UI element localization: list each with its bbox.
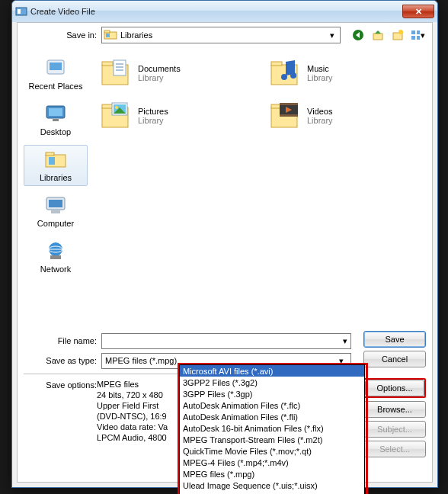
cancel-button[interactable]: Cancel [363,351,426,367]
library-videos[interactable]: VideosLibrary [267,96,427,136]
svg-rect-20 [49,157,55,165]
libraries-icon [43,149,69,172]
chevron-down-icon: ▾ [343,336,347,346]
close-button[interactable]: ✕ [402,5,434,18]
save-options-label: Save options: [24,379,97,443]
library-music[interactable]: MusicLibrary [267,53,427,93]
svg-rect-3 [104,30,110,33]
options-button[interactable]: Options... [365,380,424,396]
views-button[interactable]: ▾ [409,27,426,43]
filetype-option[interactable]: MPEG-4 Files (*.mp4;*.m4v) [180,457,364,468]
subject-button[interactable]: Subject... [363,421,426,438]
save-in-label: Save in: [24,30,97,40]
filetype-option[interactable]: 3GPP2 Files (*.3g2) [180,377,364,388]
window-title: Create Video File [30,7,95,16]
close-icon: ✕ [415,7,422,17]
network-icon [43,240,69,263]
folder-icon [104,28,117,42]
save-as-type-dropdown[interactable]: Microsoft AVI files (*.avi)3GPP2 Files (… [179,364,365,494]
place-label: Recent Places [29,82,83,91]
svg-rect-10 [417,30,420,34]
library-pictures[interactable]: PicturesLibrary [98,96,258,136]
svg-point-42 [115,106,118,109]
svg-rect-46 [280,103,298,105]
client-area: Save in: Libraries ▾ ▾ Recent PlacesDesk… [17,22,433,483]
place-desktop[interactable]: Desktop [24,99,88,140]
filetype-option[interactable]: MPEG files (*.mpg) [180,468,364,480]
place-computer[interactable]: Computer [24,191,88,232]
svg-point-8 [398,30,403,34]
places-bar: Recent PlacesDesktopLibrariesComputerNet… [18,47,94,303]
chevron-down-icon: ▾ [326,28,338,42]
svg-rect-29 [102,62,113,66]
nav-toolbar: ▾ [350,27,426,43]
filetype-option[interactable]: AutoDesk Animation Files (*.flc) [180,399,364,411]
svg-rect-47 [280,114,298,117]
svg-rect-30 [114,60,126,75]
chevron-down-icon: ▾ [421,30,425,40]
split-area: Recent PlacesDesktopLibrariesComputerNet… [18,47,432,303]
filename-label: File name: [24,336,97,345]
folder-subtitle: Library [138,73,181,82]
svg-rect-6 [373,34,382,40]
svg-rect-22 [49,200,62,207]
filename-input[interactable]: ▾ [101,333,351,349]
music-folder-icon [269,57,301,89]
filetype-option[interactable]: MPEG Transport-Stream Files (*.m2t) [180,434,364,445]
select-button[interactable]: Select... [363,441,426,457]
desktop-icon [43,103,69,126]
options-highlight: Options... [363,378,426,398]
back-button[interactable] [350,27,366,43]
place-recent[interactable]: Recent Places [24,53,88,95]
save-in-row: Save in: Libraries ▾ ▾ [18,23,432,47]
svg-rect-19 [46,152,54,156]
place-libraries[interactable]: Libraries [24,145,88,186]
place-label: Network [40,265,71,274]
filename-row: File name: ▾ [24,331,351,351]
filetype-option[interactable]: 3GPP Files (*.3gp) [180,388,364,399]
place-label: Libraries [40,173,72,182]
button-column: Save Cancel Options... Browse... Subject… [363,331,426,457]
save-as-type-label: Save as type: [24,356,97,365]
up-one-level-button[interactable] [370,27,386,43]
save-as-type-value: MPEG files (*.mpg) [105,356,177,365]
svg-point-37 [290,72,296,79]
svg-rect-14 [50,63,62,70]
folder-subtitle: Library [307,116,333,125]
svg-rect-1 [18,9,21,14]
folder-view[interactable]: DocumentsLibraryMusicLibraryPicturesLibr… [94,47,432,303]
filetype-option[interactable]: WebM Files (*.webm) [180,491,364,494]
place-label: Desktop [40,127,71,136]
folder-name: Music [307,64,333,73]
place-label: Computer [37,219,74,228]
folder-name: Documents [138,64,181,73]
svg-rect-4 [106,34,110,37]
filetype-option[interactable]: AutoDesk 16-bit Animation Files (*.flx) [180,422,364,434]
app-icon [15,5,27,18]
computer-icon [43,194,69,217]
video-folder-icon [269,100,301,132]
place-network[interactable]: Network [24,236,88,277]
pic-folder-icon [100,100,132,132]
titlebar[interactable]: Create Video File ✕ [12,1,437,22]
filetype-option[interactable]: Microsoft AVI files (*.avi) [180,365,364,377]
folder-name: Pictures [138,107,168,116]
filetype-option[interactable]: Ulead Image Sequence (*.uis;*.uisx) [180,480,364,491]
new-folder-button[interactable] [389,27,406,43]
filetype-option[interactable]: QuickTime Movie Files (*.mov;*.qt) [180,445,364,457]
svg-rect-35 [271,62,282,66]
svg-rect-27 [50,255,61,259]
save-button[interactable]: Save [363,331,426,348]
library-documents[interactable]: DocumentsLibrary [98,53,258,93]
svg-rect-39 [102,104,113,108]
dialog-window: Create Video File ✕ Save in: Libraries ▾… [11,0,438,488]
svg-rect-17 [53,119,59,121]
browse-button[interactable]: Browse... [363,401,426,418]
svg-rect-12 [417,36,420,40]
filetype-option[interactable]: AutoDesk Animation Files (*.fli) [180,411,364,422]
svg-rect-18 [46,155,66,167]
folder-subtitle: Library [138,116,168,125]
save-in-combo[interactable]: Libraries ▾ [101,27,341,43]
svg-rect-11 [411,36,415,40]
svg-rect-9 [411,30,415,34]
